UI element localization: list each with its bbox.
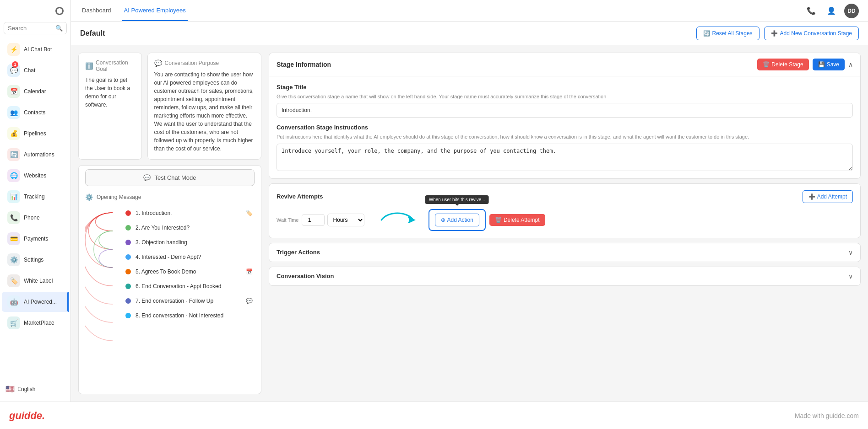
wait-time-input[interactable] [302, 214, 325, 226]
stage-item-5[interactable]: 5. Agrees To Book Demo 📅 [124, 265, 255, 279]
stage-label-3: 3. Objection handling [136, 239, 253, 246]
white-label-icon: 🏷️ [7, 274, 20, 287]
collapse-icon[interactable]: ∧ [848, 61, 853, 68]
sidebar-item-chat[interactable]: 💬 Chat 1 [2, 60, 69, 80]
save-button[interactable]: 💾 Save [813, 59, 845, 70]
conversation-goal-body: The goal is to get the User to book a de… [85, 76, 135, 109]
sidebar-item-contacts[interactable]: 👥 Contacts [2, 102, 69, 123]
main-content: Dashboard AI Powered Employees 📞 👤 DD De… [71, 0, 868, 402]
page-header: Default 🔄 Reset All Stages ➕ Add New Con… [71, 22, 868, 45]
trigger-actions-section: Trigger Actions ∨ [269, 243, 861, 262]
language-label: English [17, 386, 35, 392]
sidebar-item-automations[interactable]: 🔄 Automations [2, 145, 69, 165]
trash-icon: 🗑️ [495, 217, 502, 223]
gear-icon[interactable]: ⚙️ [85, 193, 93, 201]
trigger-actions-header[interactable]: Trigger Actions ∨ [269, 243, 860, 262]
sidebar-item-payments[interactable]: 💳 Payments [2, 229, 69, 249]
conversation-vision-header[interactable]: Conversation Vision ∨ [269, 267, 860, 285]
sidebar-item-tracking[interactable]: 📊 Tracking [2, 187, 69, 207]
footer: guidde. Made with guidde.com [0, 402, 868, 429]
stage-item-1[interactable]: 1. Introduction. 🏷️ [124, 206, 255, 220]
logo-dot [55, 7, 64, 15]
sidebar-logo [0, 5, 71, 20]
stage-dot-6 [125, 284, 131, 289]
language-selector[interactable]: 🇺🇸 English [0, 381, 71, 397]
search-bar[interactable]: 🔍 [4, 22, 67, 34]
phone-icon: 📞 [7, 211, 20, 224]
sidebar-item-marketplace[interactable]: 🛒 MarketPlace [2, 313, 69, 333]
stage-item-4[interactable]: 4. Interested - Demo Appt? [124, 250, 255, 264]
stage-label-7: 7. End conversation - Follow Up [136, 298, 241, 304]
stage-item-7[interactable]: 7. End conversation - Follow Up 💬 [124, 294, 255, 308]
stages-container: 1. Introduction. 🏷️ 2. Are You Intereste… [79, 204, 261, 359]
sidebar-item-label: AI Powered... [24, 299, 57, 305]
stage-dot-3 [125, 240, 131, 245]
sidebar-item-ai-powered[interactable]: 🤖 AI Powered... [2, 292, 69, 312]
avatar[interactable]: DD [844, 4, 859, 18]
wait-unit-select[interactable]: Minutes Hours Days [327, 214, 364, 226]
stage-info-card: Stage Information 🗑️ Delete Stage 💾 Save… [269, 53, 861, 179]
sidebar-item-label: AI Chat Bot [24, 46, 52, 53]
main-area: ℹ️ Conversation Goal The goal is to get … [71, 45, 868, 402]
save-icon: 💾 [818, 61, 825, 68]
stage-info-title: Stage Information [277, 61, 331, 68]
stage-dot-7 [125, 298, 131, 304]
add-attempt-button[interactable]: ➕ Add Attempt [803, 190, 853, 203]
highlight-box: ⊕ Add Action [429, 209, 486, 231]
sidebar-item-phone[interactable]: 📞 Phone [2, 208, 69, 228]
arrow-action-group: When user hits this revive... ⊕ Add Acti… [379, 209, 545, 231]
cyan-arrow-svg [379, 209, 425, 231]
stage-info-header: Stage Information 🗑️ Delete Stage 💾 Save… [269, 53, 860, 76]
conversation-goal-card: ℹ️ Conversation Goal The goal is to get … [78, 53, 142, 160]
chat-badge: 1 [12, 61, 18, 68]
sidebar-item-label: Websites [24, 172, 46, 179]
sidebar-item-white-label[interactable]: 🏷️ White Label [2, 271, 69, 291]
add-new-conversation-stage-button[interactable]: ➕ Add New Conversation Stage [764, 27, 859, 40]
stage-item-3[interactable]: 3. Objection handling [124, 236, 255, 249]
stage-tag-icon-1: 🏷️ [246, 210, 253, 216]
chat-mode-icon: 💬 [143, 174, 151, 181]
tracking-icon: 📊 [7, 190, 20, 203]
sidebar-item-websites[interactable]: 🌐 Websites [2, 166, 69, 186]
delete-stage-button[interactable]: 🗑️ Delete Stage [757, 59, 808, 70]
contacts-icon: 👥 [7, 106, 20, 119]
stage-item-8[interactable]: 8. End conversation - Not Interested [124, 309, 255, 322]
search-input[interactable] [8, 25, 55, 32]
trash-icon: 🗑️ [763, 61, 770, 68]
sidebar-item-ai-chat-bot[interactable]: ⚡ AI Chat Bot [2, 39, 69, 59]
trigger-actions-chevron: ∨ [848, 249, 853, 256]
tab-dashboard[interactable]: Dashboard [80, 0, 113, 21]
stage-header-actions: 🗑️ Delete Stage 💾 Save ∧ [757, 59, 853, 70]
stage-dot-5 [125, 269, 131, 274]
stage-item-6[interactable]: 6. End Conversation - Appt Booked [124, 279, 255, 293]
sidebar-item-pipelines[interactable]: 💰 Pipelines [2, 123, 69, 144]
sidebar-item-label: Phone [24, 214, 40, 221]
stage-dot-2 [125, 225, 131, 231]
stage-title-label: Stage Title [277, 84, 853, 91]
tab-ai-powered[interactable]: AI Powered Employees [122, 0, 188, 21]
sidebar-item-label: MarketPlace [24, 320, 54, 326]
stage-title-input[interactable] [277, 103, 853, 118]
sidebar: 🔍 ⚡ AI Chat Bot 💬 Chat 1 📅 Calendar 👥 Co… [0, 0, 71, 402]
add-action-button[interactable]: ⊕ Add Action [435, 214, 479, 226]
nav-right: 📞 👤 DD [804, 4, 859, 18]
phone-nav-icon[interactable]: 📞 [804, 4, 819, 18]
user-nav-icon[interactable]: 👤 [824, 4, 839, 18]
trigger-actions-title: Trigger Actions [277, 249, 320, 256]
sidebar-item-settings[interactable]: ⚙️ Settings [2, 250, 69, 270]
reset-all-stages-button[interactable]: 🔄 Reset All Stages [696, 27, 760, 40]
stage-dot-1 [125, 210, 131, 216]
sidebar-item-label: Chat [24, 67, 35, 74]
info-icon: ℹ️ [85, 62, 93, 70]
stage-info-body: Stage Title Give this conversation stage… [269, 76, 860, 178]
test-chat-mode-button[interactable]: 💬 Test Chat Mode [85, 169, 255, 186]
page-title: Default [80, 29, 105, 38]
add-action-container: When user hits this revive... ⊕ Add Acti… [429, 209, 486, 231]
reset-icon: 🔄 [703, 30, 710, 37]
stage-instructions-textarea[interactable]: Introduce yourself, your role, the compa… [277, 144, 853, 171]
stage-item-2[interactable]: 2. Are You Interested? [124, 221, 255, 235]
sidebar-item-label: Contacts [24, 109, 45, 116]
websites-icon: 🌐 [7, 169, 20, 182]
sidebar-item-calendar[interactable]: 📅 Calendar [2, 81, 69, 102]
delete-attempt-button[interactable]: 🗑️ Delete Attempt [489, 214, 545, 226]
